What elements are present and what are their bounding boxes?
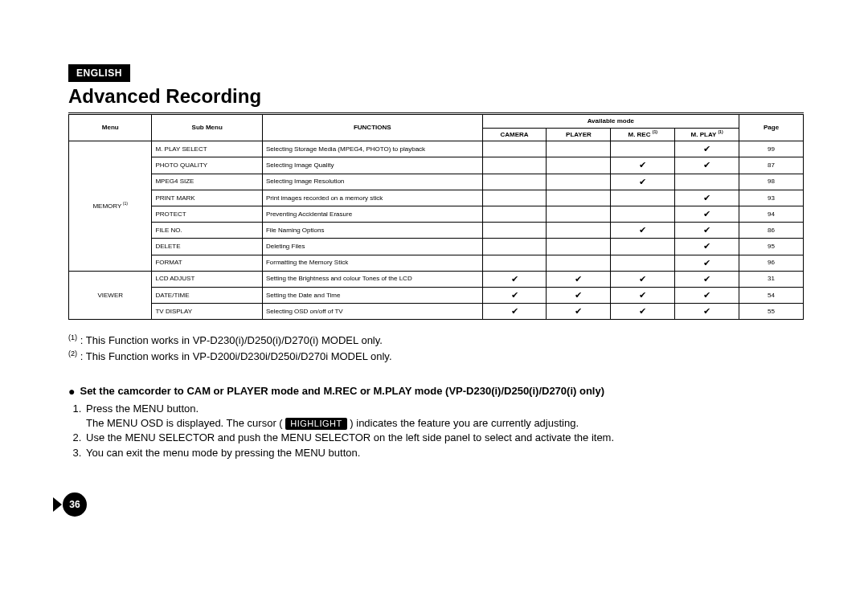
check-icon <box>575 292 582 300</box>
page-cell: 86 <box>739 223 804 239</box>
submenu-cell: MPEG4 SIZE <box>152 174 262 190</box>
mode-cell <box>547 141 611 157</box>
mode-cell <box>482 239 547 255</box>
page-cell: 96 <box>739 255 804 271</box>
mode-cell <box>547 304 611 320</box>
function-cell: Selecting Image Resolution <box>262 174 482 190</box>
table-row: FORMATFormatting the Memory Stick96 <box>69 255 804 271</box>
check-icon <box>703 227 710 235</box>
th-available-mode: Available mode <box>482 115 739 129</box>
page-number: 36 <box>63 492 87 517</box>
page-cell: 93 <box>739 190 804 206</box>
page-cell: 99 <box>739 141 804 157</box>
mode-cell <box>547 190 611 206</box>
mode-cell <box>611 255 675 271</box>
mode-cell <box>482 223 547 239</box>
language-badge: ENGLISH <box>68 64 130 82</box>
check-icon <box>703 162 710 170</box>
mode-cell <box>482 255 547 271</box>
check-icon <box>575 276 582 284</box>
mode-cell <box>611 206 675 222</box>
mode-cell <box>675 271 739 287</box>
check-icon <box>703 260 710 268</box>
function-cell: Formatting the Memory Stick <box>262 255 482 271</box>
check-icon <box>703 276 710 284</box>
mode-cell <box>547 255 611 271</box>
submenu-cell: PRINT MARK <box>152 190 262 206</box>
check-icon <box>703 211 710 219</box>
th-mplay: M. PLAY (1) <box>675 128 739 141</box>
check-icon <box>703 292 710 300</box>
table-row: TV DISPLAYSelecting OSD on/off of TV55 <box>69 304 804 320</box>
mode-cell <box>547 174 611 190</box>
page-cell: 95 <box>739 239 804 255</box>
submenu-cell: FILE NO. <box>152 223 262 239</box>
highlight-chip: HIGHLIGHT <box>285 418 346 430</box>
th-submenu: Sub Menu <box>152 115 262 141</box>
mode-cell <box>675 157 739 174</box>
footnotes: (1) : This Function works in VP-D230(i)/… <box>68 333 804 364</box>
function-cell: Print images recorded on a memory stick <box>262 190 482 206</box>
mode-cell <box>482 157 547 174</box>
feature-table-body: MEMORY (1)M. PLAY SELECTSelecting Storag… <box>69 141 804 320</box>
manual-page: ENGLISH Advanced Recording Menu Sub Menu… <box>0 0 868 613</box>
submenu-cell: DATE/TIME <box>152 287 262 303</box>
check-icon <box>639 309 646 316</box>
th-mrec: M. REC (1) <box>611 128 675 141</box>
check-icon <box>639 179 646 186</box>
page-cell: 94 <box>739 206 804 222</box>
page-cell: 31 <box>739 271 804 287</box>
mode-cell <box>611 141 675 157</box>
mode-cell <box>482 190 547 206</box>
check-icon <box>511 309 518 316</box>
function-cell: Selecting Storage Media (MPEG4, PHOTO) t… <box>262 141 482 157</box>
mode-cell <box>611 239 675 255</box>
th-functions: FUNCTIONS <box>262 115 482 141</box>
mode-cell <box>482 174 547 190</box>
table-row: DELETEDeleting Files95 <box>69 239 804 255</box>
table-row: MEMORY (1)M. PLAY SELECTSelecting Storag… <box>69 141 804 157</box>
mode-cell <box>482 206 547 222</box>
mode-cell <box>611 190 675 206</box>
check-icon <box>703 309 710 316</box>
mode-cell <box>675 190 739 206</box>
mode-cell <box>611 271 675 287</box>
mode-cell <box>675 255 739 271</box>
function-cell: Deleting Files <box>262 239 482 255</box>
mode-cell <box>611 223 675 239</box>
mode-cell <box>675 141 739 157</box>
th-menu: Menu <box>69 115 152 141</box>
instruction-step: You can exit the menu mode by pressing t… <box>84 446 804 460</box>
menu-group-cell: MEMORY (1) <box>69 141 152 272</box>
mode-cell <box>547 206 611 222</box>
mode-cell <box>547 223 611 239</box>
check-icon <box>639 227 646 235</box>
table-row: MPEG4 SIZESelecting Image Resolution98 <box>69 174 804 190</box>
function-cell: Setting the Date and Time <box>262 287 482 303</box>
mode-cell <box>675 174 739 190</box>
submenu-cell: DELETE <box>152 239 262 255</box>
check-icon <box>511 292 518 300</box>
mode-cell <box>675 223 739 239</box>
function-cell: Setting the Brightness and colour Tones … <box>262 271 482 287</box>
mode-cell <box>611 304 675 320</box>
th-page: Page <box>739 115 804 141</box>
check-icon <box>639 162 646 170</box>
bullet-icon: ● <box>68 385 75 398</box>
submenu-cell: TV DISPLAY <box>152 304 262 320</box>
function-cell: Preventing Accidental Erasure <box>262 206 482 222</box>
table-row: PROTECTPreventing Accidental Erasure94 <box>69 206 804 222</box>
th-player: PLAYER <box>547 128 611 141</box>
table-row: PHOTO QUALITYSelecting Image Quality87 <box>69 157 804 174</box>
page-arrow-icon <box>53 497 62 512</box>
function-cell: Selecting Image Quality <box>262 157 482 174</box>
menu-group-cell: VIEWER <box>69 271 152 320</box>
mode-cell <box>482 304 547 320</box>
check-icon <box>575 309 582 316</box>
mode-cell <box>547 157 611 174</box>
mode-cell <box>482 271 547 287</box>
footnote-2: (2) : This Function works in VP-D200i/D2… <box>68 349 804 365</box>
mode-cell <box>547 239 611 255</box>
submenu-cell: FORMAT <box>152 255 262 271</box>
mode-cell <box>675 206 739 222</box>
